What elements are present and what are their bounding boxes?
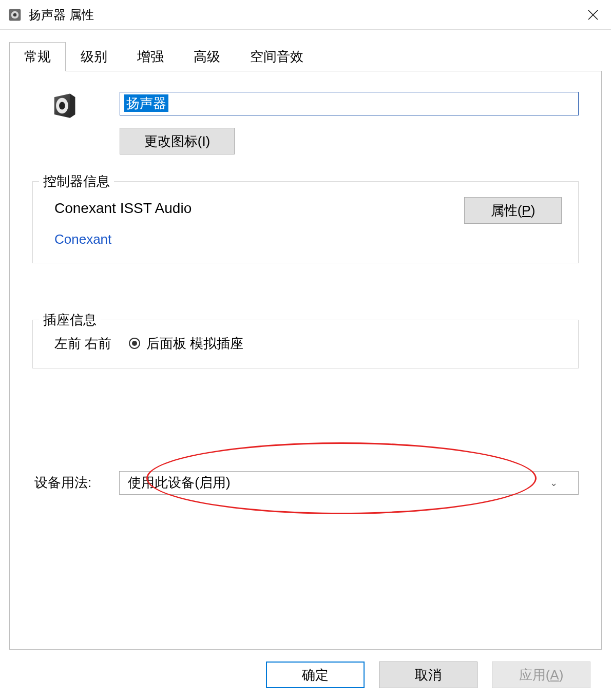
controller-manufacturer: Conexant (54, 231, 192, 247)
apply-button-accesskey: A (550, 667, 559, 683)
device-usage-select[interactable]: 使用此设备(启用) ⌄ (119, 471, 579, 495)
jack-location-label: 后面板 模拟插座 (146, 335, 243, 353)
titlebar: 扬声器 属性 (0, 0, 611, 30)
tab-general[interactable]: 常规 (9, 42, 66, 71)
dialog-footer: 确定 取消 应用(A) (9, 650, 602, 700)
cancel-button-label: 取消 (415, 667, 442, 683)
tab-panel-general: 扬声器 更改图标(I) 控制器信息 Conexant ISST Audio Co… (9, 71, 602, 650)
speaker-device-icon (51, 112, 79, 121)
jack-info-legend: 插座信息 (39, 311, 101, 329)
tab-enhancements[interactable]: 增强 (122, 42, 179, 71)
device-usage-label: 设备用法: (32, 474, 91, 492)
controller-info-fieldset: 控制器信息 Conexant ISST Audio Conexant 属性(P) (32, 181, 579, 263)
close-icon (588, 10, 598, 20)
controller-name: Conexant ISST Audio (54, 197, 192, 220)
close-button[interactable] (575, 0, 611, 30)
apply-button-label-start: 应用( (519, 667, 550, 683)
change-icon-button[interactable]: 更改图标(I) (120, 128, 235, 154)
controller-text-block: Conexant ISST Audio Conexant (54, 197, 192, 247)
device-usage-value: 使用此设备(启用) (128, 474, 230, 492)
svg-point-2 (13, 13, 17, 16)
tab-levels[interactable]: 级别 (66, 42, 122, 71)
apply-button[interactable]: 应用(A) (492, 662, 590, 688)
device-name-input[interactable]: 扬声器 (120, 92, 579, 115)
cancel-button[interactable]: 取消 (379, 662, 478, 688)
device-usage-row: 设备用法: 使用此设备(启用) ⌄ (32, 471, 579, 495)
controller-info-legend: 控制器信息 (39, 172, 114, 190)
device-usage-select-wrap: 使用此设备(启用) ⌄ (119, 471, 579, 495)
change-icon-label: 更改图标(I) (144, 133, 211, 149)
ok-button-label: 确定 (302, 667, 329, 683)
chevron-down-icon: ⌄ (550, 477, 558, 489)
radio-dot-icon (129, 338, 140, 349)
apply-button-label-end: ) (559, 667, 564, 683)
svg-point-6 (59, 102, 65, 109)
device-name-text: 扬声器 (124, 94, 168, 112)
tab-strip: 常规 级别 增强 高级 空间音效 (9, 42, 602, 71)
jack-row: 左前 右前 后面板 模拟插座 (54, 335, 562, 353)
window-title: 扬声器 属性 (29, 7, 575, 23)
jack-info-fieldset: 插座信息 左前 右前 后面板 模拟插座 (32, 320, 579, 368)
tab-spatial[interactable]: 空间音效 (235, 42, 318, 71)
tab-advanced[interactable]: 高级 (179, 42, 235, 71)
device-row: 扬声器 更改图标(I) (32, 92, 579, 154)
dialog-content: 常规 级别 增强 高级 空间音效 (0, 30, 611, 700)
controller-properties-button[interactable]: 属性(P) (464, 197, 562, 224)
controller-row: Conexant ISST Audio Conexant 属性(P) (54, 197, 562, 247)
jack-channels: 左前 右前 (54, 335, 111, 353)
jack-location-radio[interactable]: 后面板 模拟插座 (129, 335, 243, 353)
properties-btn-label-start: 属性( (491, 203, 522, 218)
speaker-titlebar-icon (8, 8, 22, 22)
properties-btn-label-end: ) (531, 203, 536, 218)
ok-button[interactable]: 确定 (266, 662, 365, 688)
device-icon-wrap (32, 92, 79, 122)
properties-btn-accesskey: P (522, 203, 530, 218)
device-right: 扬声器 更改图标(I) (120, 92, 579, 154)
properties-dialog: 扬声器 属性 常规 级别 增强 高级 空间音效 (0, 0, 611, 700)
